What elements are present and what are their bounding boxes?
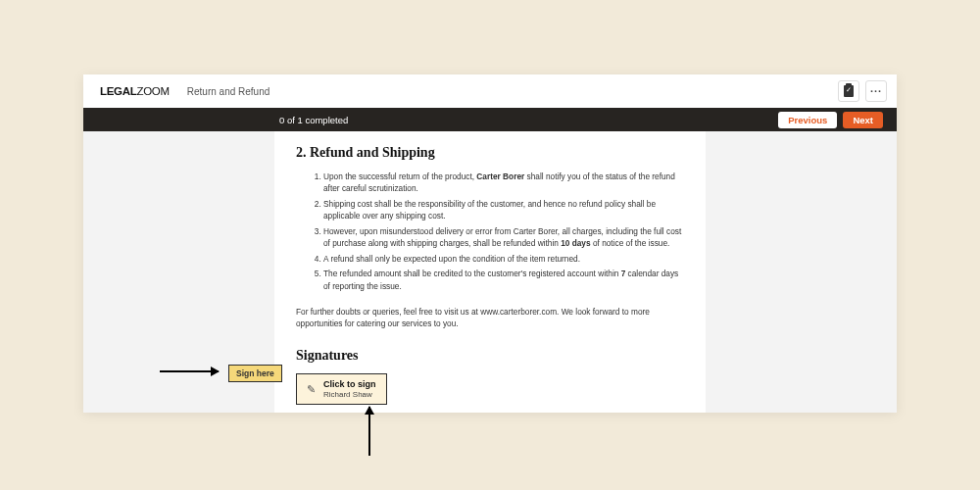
list-item: Upon the successful return of the produc… [323, 171, 684, 195]
logo-bold: LEGAL [100, 85, 136, 97]
annotation-arrow-vertical [368, 407, 370, 456]
app-header: LEGALZOOM Return and Refund ··· [83, 74, 897, 108]
more-menu-button[interactable]: ··· [865, 80, 887, 102]
section-heading: 2. Refund and Shipping [296, 145, 684, 161]
app-window: LEGALZOOM Return and Refund ··· 0 of 1 c… [83, 74, 897, 413]
click-to-sign-label: Click to sign [323, 379, 376, 390]
refund-list: Upon the successful return of the produc… [296, 171, 684, 292]
progress-text: 0 of 1 completed [279, 115, 348, 125]
progress-bar: 0 of 1 completed Previous Next [83, 108, 897, 131]
list-item: Shipping cost shall be the responsibilit… [323, 198, 684, 222]
sign-here-tag[interactable]: Sign here [228, 365, 282, 382]
logo-light: ZOOM [136, 85, 169, 97]
ellipsis-icon: ··· [870, 85, 882, 97]
sign-text-wrap: Click to sign Richard Shaw [323, 379, 376, 399]
annotation-arrow-horizontal [160, 370, 219, 372]
clipboard-button[interactable] [838, 80, 859, 102]
document-title: Return and Refund [187, 86, 270, 97]
signature-icon: ✎ [307, 383, 316, 396]
signer-name: Richard Shaw [323, 390, 376, 400]
document-panel: 2. Refund and Shipping Upon the successf… [274, 131, 706, 413]
outro-text: For further doubts or queries, feel free… [296, 306, 684, 330]
list-item: A refund shall only be expected upon the… [323, 253, 684, 265]
next-button[interactable]: Next [843, 112, 883, 128]
previous-button[interactable]: Previous [778, 112, 837, 128]
list-item: The refunded amount shall be credited to… [323, 268, 684, 292]
signatures-heading: Signatures [296, 348, 684, 364]
clipboard-check-icon [844, 85, 854, 97]
click-to-sign-box[interactable]: ✎ Click to sign Richard Shaw [296, 373, 387, 405]
logo: LEGALZOOM [100, 85, 170, 97]
list-item: However, upon misunderstood delivery or … [323, 225, 684, 250]
